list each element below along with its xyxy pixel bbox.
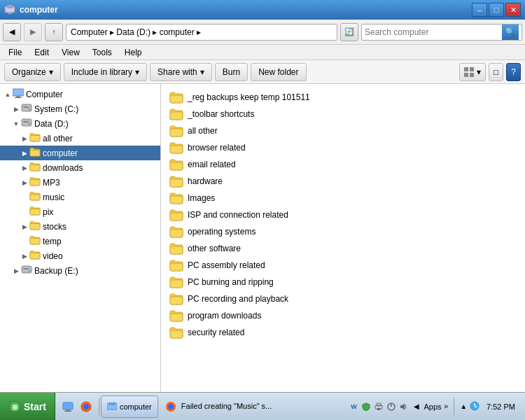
folder-icon (169, 326, 183, 339)
folder-icon (169, 242, 183, 255)
show-desktop-button[interactable] (59, 398, 76, 415)
svg-rect-9 (15, 97, 22, 98)
list-item[interactable]: email related (167, 157, 363, 172)
address-bar: ◀ ▶ ↑ Computer ▸ Data (D:) ▸ computer ▸ … (0, 20, 525, 45)
view-options-button[interactable]: ▾ (459, 63, 486, 81)
clock-icon (470, 401, 479, 412)
tree-item[interactable]: ▶ video (0, 248, 160, 263)
collapse-icon[interactable]: ▲ (460, 402, 467, 410)
right-panel: _reg backups keep temp 101511 _toolbar s… (161, 84, 525, 392)
file-name: security related (188, 328, 244, 337)
tree-item[interactable]: ▶ all other (0, 131, 160, 146)
list-item[interactable]: program downloads (167, 308, 363, 323)
tree-item[interactable]: temp (0, 234, 160, 248)
search-button[interactable]: 🔍 (502, 24, 519, 40)
back-button[interactable]: ◀ (3, 23, 21, 41)
svg-marker-35 (400, 403, 405, 410)
svg-rect-8 (16, 96, 20, 97)
list-item[interactable]: PC assembly related (167, 258, 363, 273)
view-dropdown-icon: ▾ (477, 67, 481, 77)
folder-icon (169, 259, 183, 272)
menu-file[interactable]: File (3, 46, 27, 59)
menu-tools[interactable]: Tools (87, 46, 118, 59)
list-item[interactable]: other software (167, 241, 363, 256)
list-item[interactable]: hardware (167, 174, 363, 189)
file-name: _reg backups keep temp 101511 (188, 92, 310, 102)
word-tray-icon[interactable]: W (348, 401, 359, 412)
taskbar-notification: Failed creating "Music" s... (160, 401, 343, 412)
tree-toggle: ▶ (20, 133, 29, 144)
tree-item[interactable]: ▶ computer (0, 146, 160, 160)
help-button[interactable]: ? (506, 63, 521, 81)
folder-icon (169, 293, 183, 305)
list-item[interactable]: security related (167, 325, 363, 340)
power-tray-icon[interactable] (386, 401, 397, 412)
network-tray-icon[interactable] (373, 401, 384, 412)
apps-label: Apps (424, 402, 441, 411)
svg-rect-17 (23, 268, 29, 270)
tree-label: computer (43, 148, 78, 158)
svg-point-29 (168, 404, 174, 410)
folder-icon (169, 175, 183, 188)
svg-rect-5 (464, 73, 468, 77)
refresh-button[interactable]: 🔄 (340, 23, 358, 41)
list-item[interactable]: operating systems (167, 224, 363, 239)
new-folder-button[interactable]: New folder (251, 63, 306, 81)
tree-item[interactable]: ▶ stocks (0, 219, 160, 234)
organize-button[interactable]: Organize ▾ (4, 63, 61, 81)
search-input[interactable] (365, 27, 502, 37)
drive-icon (21, 103, 32, 113)
svg-rect-23 (64, 411, 71, 412)
tree-item[interactable]: pix (0, 204, 160, 219)
close-button[interactable]: ✕ (505, 3, 521, 17)
minimize-button[interactable]: – (472, 3, 487, 17)
forward-button[interactable]: ▶ (24, 23, 42, 41)
list-item[interactable]: _toolbar shortcuts (167, 106, 363, 122)
computer-icon (13, 88, 24, 98)
title-bar: computer – □ ✕ (0, 0, 525, 20)
antivirus-tray-icon[interactable] (360, 401, 372, 412)
menu-help[interactable]: Help (119, 46, 148, 59)
shield-icon (362, 402, 370, 411)
folder-icon (29, 250, 41, 260)
tree-item[interactable]: ▶ Backup (E:) (0, 263, 160, 278)
list-item[interactable]: ISP and connection related (167, 207, 363, 223)
list-item[interactable]: browser related (167, 140, 363, 155)
tree-item[interactable]: ▼ Data (D:) (0, 116, 160, 131)
up-button[interactable]: ↑ (45, 23, 63, 41)
share-with-button[interactable]: Share with ▾ (150, 63, 212, 81)
taskbar-window-computer[interactable]: computer (101, 396, 158, 418)
tree-item[interactable]: ▶ downloads (0, 160, 160, 175)
folder-icon (169, 209, 183, 221)
tree-item[interactable]: ▲ Computer (0, 87, 160, 102)
menu-edit[interactable]: Edit (29, 46, 55, 59)
list-item[interactable]: PC burning and ripping (167, 274, 363, 290)
tree-item[interactable]: ▶ MP3 (0, 175, 160, 190)
svg-rect-7 (13, 89, 24, 96)
taskbar: ⊞ Start computer Fail (0, 392, 525, 420)
svg-rect-4 (470, 67, 474, 71)
include-dropdown-icon: ▾ (135, 67, 139, 77)
taskbar-window-label: computer (120, 402, 152, 411)
folder-icon (29, 235, 41, 245)
tree-item[interactable]: ▶ System (C:) (0, 102, 160, 116)
browser-button[interactable] (78, 398, 94, 415)
list-item[interactable]: PC recording and playback (167, 291, 363, 307)
svg-rect-11 (23, 106, 29, 108)
burn-button[interactable]: Burn (215, 63, 248, 81)
maximize-button[interactable]: □ (489, 3, 504, 17)
list-item[interactable]: Images (167, 190, 363, 206)
breadcrumb[interactable]: Computer ▸ Data (D:) ▸ computer ▸ (66, 24, 337, 41)
menu-view[interactable]: View (56, 46, 85, 59)
expand-tray-button[interactable]: ◀ (412, 402, 421, 410)
pane-toggle-button[interactable]: □ (489, 63, 503, 81)
speaker-tray-icon[interactable] (398, 401, 410, 412)
svg-point-18 (29, 270, 31, 272)
view-icon (464, 67, 474, 77)
tree-label: all other (43, 134, 73, 144)
tree-item[interactable]: music (0, 190, 160, 204)
start-button[interactable]: ⊞ Start (0, 393, 55, 421)
include-library-button[interactable]: Include in library ▾ (64, 63, 147, 81)
list-item[interactable]: _reg backups keep temp 101511 (167, 90, 363, 105)
list-item[interactable]: all other (167, 123, 363, 139)
